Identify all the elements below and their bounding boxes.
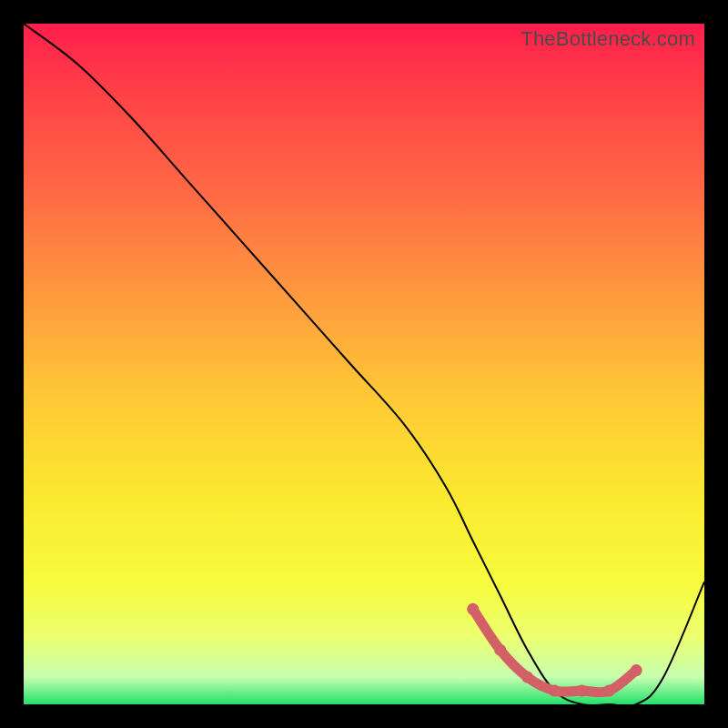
valley-accent-dot	[521, 672, 533, 683]
valley-accent-dot	[603, 685, 615, 697]
valley-accent-dot	[467, 603, 479, 615]
bottleneck-curve	[24, 24, 704, 706]
valley-accent-dot	[549, 685, 561, 697]
valley-accent-dot	[576, 685, 588, 697]
plot-area: TheBottleneck.com	[24, 24, 704, 704]
valley-accent-dot	[494, 644, 506, 656]
bottleneck-curve-svg	[24, 24, 704, 704]
valley-accent-dot	[631, 664, 642, 676]
